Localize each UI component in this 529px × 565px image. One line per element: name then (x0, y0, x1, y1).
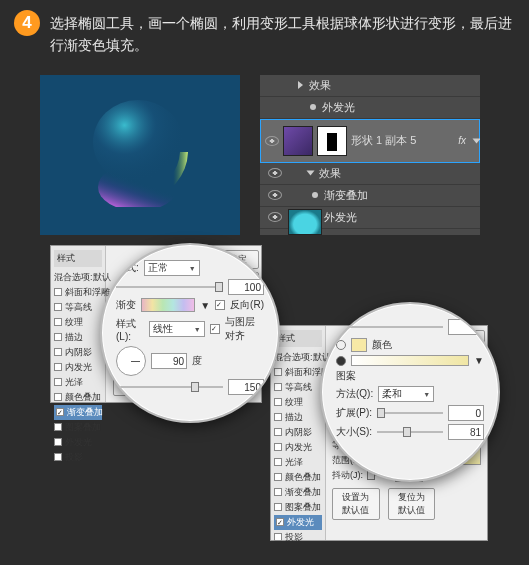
spread-slider[interactable] (377, 412, 443, 414)
bullet-icon (310, 104, 316, 110)
opt-contour[interactable]: 等高线 (274, 380, 322, 395)
bullet-icon (312, 192, 318, 198)
step-badge: 4 (14, 10, 40, 36)
opt-outer-glow[interactable]: 外发光 (274, 515, 322, 530)
style-select[interactable]: 线性▼ (149, 321, 205, 337)
opt-gradient-overlay[interactable]: 渐变叠加 (54, 405, 102, 420)
gradient-picker[interactable] (141, 298, 195, 312)
opt-bevel[interactable]: 斜面和浮雕 (274, 365, 322, 380)
layer-thumb-icon (283, 126, 313, 156)
opt-satin[interactable]: 光泽 (274, 455, 322, 470)
opt-inner-glow[interactable]: 内发光 (54, 360, 102, 375)
opt-inner-shadow[interactable]: 内阴影 (274, 425, 322, 440)
set-default-button[interactable]: 设置为默认值 (332, 488, 380, 520)
chevron-down-icon (307, 171, 315, 176)
visibility-icon[interactable] (268, 168, 282, 178)
section-header: 图案 (336, 369, 484, 383)
chevron-down-icon[interactable] (473, 138, 481, 143)
layer-label: 外发光 (322, 100, 355, 115)
style-list-header: 样式 (274, 330, 322, 347)
opt-inner-shadow[interactable]: 内阴影 (54, 345, 102, 360)
size-row: 大小(S): 81 (336, 424, 484, 440)
spread-value[interactable]: 0 (448, 405, 484, 421)
opt-drop-shadow[interactable]: 投影 (54, 450, 102, 465)
magnifier-gradient-overlay: 模式: 正常▼ 100 渐变 ▼ 反向(R) 样式(L): 线性▼ 与图层对齐 … (100, 243, 280, 423)
opt-gradient-overlay[interactable]: 渐变叠加 (274, 485, 322, 500)
magnifier-outer-glow: 0 颜色 ▼ 图案 方法(Q): 柔和▼ 扩展(P): 0 大小(S): 81 (320, 302, 500, 482)
opacity-slider[interactable] (116, 286, 223, 288)
opacity-slider[interactable] (336, 326, 443, 328)
opt-stroke[interactable]: 描边 (54, 330, 102, 345)
triangle-icon (298, 81, 303, 89)
size-value[interactable]: 81 (448, 424, 484, 440)
layer-name: 形状 1 副本 5 (351, 133, 416, 148)
style-list: 样式 混合选项:默认 斜面和浮雕 等高线 纹理 描边 内阴影 内发光 光泽 颜色… (51, 246, 106, 402)
opacity-row: 100 (116, 279, 264, 295)
opt-outer-glow[interactable]: 外发光 (54, 435, 102, 450)
style-list: 样式 混合选项:默认 斜面和浮雕 等高线 纹理 描边 内阴影 内发光 光泽 颜色… (271, 326, 326, 540)
opt-pattern-overlay[interactable]: 图案叠加 (54, 420, 102, 435)
opt-stroke[interactable]: 描边 (274, 410, 322, 425)
gradient-row: 渐变 ▼ 反向(R) (116, 298, 264, 312)
radio-gradient[interactable] (336, 356, 346, 366)
opt-inner-glow[interactable]: 内发光 (274, 440, 322, 455)
angle-dial[interactable] (116, 346, 146, 376)
method-select[interactable]: 柔和▼ (378, 386, 434, 402)
spread-row: 扩展(P): 0 (336, 405, 484, 421)
layer-outerglow-row: 外发光 (260, 97, 480, 119)
opacity-row: 0 (336, 319, 484, 335)
gradient-row: ▼ (336, 355, 484, 366)
angle-row: 90 度 (116, 346, 264, 376)
layers-panel: 效果 外发光 形状 1 副本 5 fx 效果 渐变叠加 外发光 (260, 75, 480, 235)
fx-badge[interactable]: fx (458, 135, 466, 146)
opt-bevel[interactable]: 斜面和浮雕 (54, 285, 102, 300)
layer-label: 效果 (309, 78, 331, 93)
opt-texture[interactable]: 纹理 (54, 315, 102, 330)
size-slider[interactable] (377, 431, 443, 433)
layer-gradov-row: 渐变叠加 (260, 185, 480, 207)
opt-color-overlay[interactable]: 颜色叠加 (54, 390, 102, 405)
scale-slider[interactable] (116, 386, 223, 388)
visibility-icon[interactable] (268, 212, 282, 222)
method-row: 方法(Q): 柔和▼ (336, 386, 484, 402)
opt-satin[interactable]: 光泽 (54, 375, 102, 390)
sphere-graphic (88, 97, 198, 207)
color-swatch[interactable] (351, 338, 367, 352)
opt-drop-shadow[interactable]: 投影 (274, 530, 322, 545)
layer-shape-row[interactable]: 形状 1 副本 5 fx (260, 119, 480, 163)
opt-blend[interactable]: 混合选项:默认 (54, 270, 102, 285)
opt-texture[interactable]: 纹理 (274, 395, 322, 410)
layer-label: 效果 (319, 166, 341, 181)
blend-mode-row: 模式: 正常▼ (116, 260, 264, 276)
layer-label: 外发光 (324, 210, 357, 225)
reverse-checkbox[interactable] (215, 300, 225, 310)
blend-mode-select[interactable]: 正常▼ (144, 260, 200, 276)
mask-thumb-icon (317, 126, 347, 156)
layer-label: 渐变叠加 (324, 188, 368, 203)
opacity-value[interactable]: 100 (228, 279, 264, 295)
revert-default-button[interactable]: 复位为默认值 (388, 488, 436, 520)
gradient-picker[interactable] (351, 355, 469, 366)
style-row: 样式(L): 线性▼ 与图层对齐 (116, 315, 264, 343)
layer-effects-row: 效果 (260, 163, 480, 185)
layer-effect-row: 效果 (260, 75, 480, 97)
radio-color[interactable] (336, 340, 346, 350)
style-list-header: 样式 (54, 250, 102, 267)
sphere-preview (40, 75, 240, 235)
opt-contour[interactable]: 等高线 (54, 300, 102, 315)
opt-color-overlay[interactable]: 颜色叠加 (274, 470, 322, 485)
scale-row: 150 (116, 379, 264, 395)
visibility-icon[interactable] (268, 190, 282, 200)
angle-value[interactable]: 90 (151, 353, 187, 369)
instruction-text: 选择椭圆工具，画一个椭圆，利用变形工具根据球体形状进行变形，最后进行渐变色填充。 (50, 10, 515, 57)
color-row: 颜色 (336, 338, 484, 352)
visibility-icon[interactable] (265, 136, 279, 146)
opt-pattern-overlay[interactable]: 图案叠加 (274, 500, 322, 515)
opt-blend[interactable]: 混合选项:默认 (274, 350, 322, 365)
align-checkbox[interactable] (210, 324, 220, 334)
bottom-layer-thumb (288, 209, 322, 235)
